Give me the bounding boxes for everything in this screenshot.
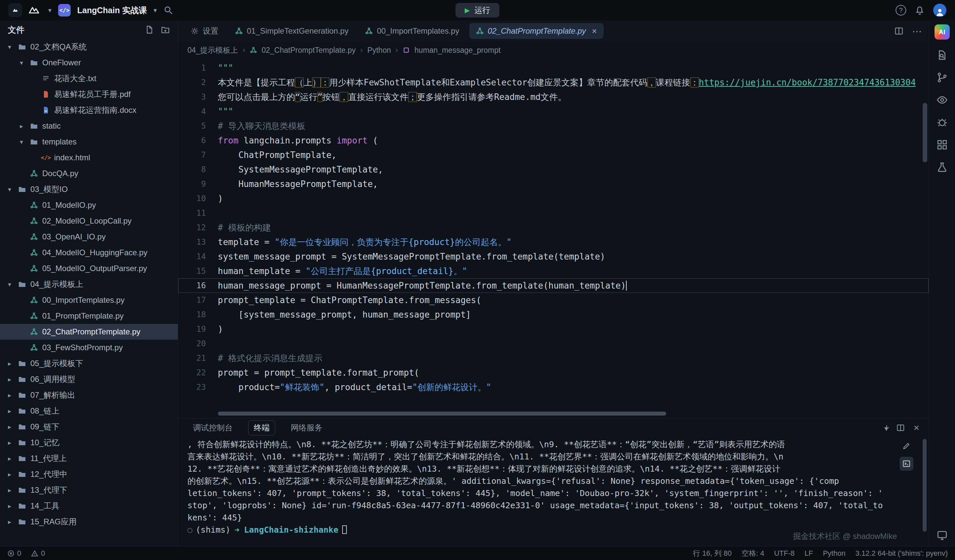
horizontal-scrollbar[interactable] [218, 412, 919, 415]
avatar[interactable] [933, 4, 946, 17]
tree-item[interactable]: ▸static [0, 118, 178, 134]
run-button[interactable]: ▶ 运行 [456, 3, 499, 17]
breadcrumb-item[interactable]: 02_ChatPromptTemplate.py [262, 46, 356, 55]
breadcrumb-item[interactable]: 04_提示模板上 [188, 45, 238, 55]
close-panel-icon[interactable]: × [913, 422, 919, 434]
tree-item[interactable]: ▸12_代理中 [0, 466, 178, 482]
chevron-right-icon[interactable]: ▸ [5, 502, 14, 510]
terminal-icon[interactable] [900, 457, 913, 471]
tree-item[interactable]: ▸11_代理上 [0, 451, 178, 466]
vertical-scrollbar[interactable] [923, 60, 927, 408]
new-terminal-icon[interactable]: +▾ [884, 423, 888, 433]
chevron-down-icon[interactable]: ▾ [5, 186, 14, 193]
help-icon[interactable]: ? [896, 5, 906, 16]
chevron-right-icon[interactable]: ▸ [5, 392, 14, 399]
encoding[interactable]: UTF-8 [774, 549, 795, 558]
chevron-right-icon[interactable]: ▸ [5, 407, 14, 415]
editor-tab[interactable]: 02_ChatPromptTemplate.py× [469, 23, 604, 39]
indent-setting[interactable]: 空格: 4 [742, 549, 764, 558]
more-actions-icon[interactable]: ⋯ [912, 25, 923, 37]
chevron-right-icon[interactable]: ▸ [5, 360, 14, 367]
blocks-icon[interactable] [936, 139, 948, 150]
error-count[interactable]: 0 [7, 549, 21, 558]
new-file-icon[interactable] [145, 25, 154, 34]
tree-item[interactable]: ▸07_解析输出 [0, 387, 178, 403]
new-folder-icon[interactable] [161, 25, 170, 34]
chevron-down-icon[interactable]: ▾ [5, 43, 14, 51]
python-interpreter[interactable]: 3.12.2 64-bit ('shims': pyenv) [855, 549, 948, 558]
tree-item[interactable]: ▸15_RAG应用 [0, 514, 178, 530]
chevron-right-icon[interactable]: ▸ [17, 122, 26, 130]
tree-item[interactable]: ▾02_文档QA系统 [0, 39, 178, 55]
panel-tab[interactable]: 调试控制台 [188, 420, 238, 435]
tree-item[interactable]: ▸10_记忆 [0, 435, 178, 451]
breadcrumb-item[interactable]: Python [367, 46, 391, 55]
code-editor[interactable]: 1"""2本文件是【提示工程（上）：用少样本FewShotTemplate和Ex… [178, 59, 928, 418]
tree-item[interactable]: ▾templates [0, 134, 178, 150]
chevron-down-icon[interactable]: ▾ [48, 6, 52, 14]
tree-item[interactable]: 05_ModelIO_OutputParser.py [0, 261, 178, 276]
tree-item[interactable]: DocQA.py [0, 165, 178, 181]
panel-tab[interactable]: 终端 [248, 420, 275, 435]
tree-item[interactable]: 03_FewShotPrompt.py [0, 340, 178, 356]
panel-tab[interactable]: 网络服务 [285, 420, 328, 435]
split-editor-icon[interactable] [894, 27, 903, 36]
warning-count[interactable]: 0 [31, 549, 45, 558]
cursor-position[interactable]: 行 16, 列 80 [693, 549, 731, 558]
close-icon[interactable]: × [592, 26, 597, 36]
tree-item[interactable]: 花语大全.txt [0, 70, 178, 86]
edit-icon[interactable] [900, 439, 913, 453]
project-title[interactable]: LangChain 实战课 [77, 5, 147, 16]
tree-item[interactable]: 02_ChatPromptTemplate.py [0, 324, 178, 340]
tree-item[interactable]: ▸08_链上 [0, 403, 178, 419]
tree-item[interactable]: 易速鲜花员工手册.pdf [0, 86, 178, 102]
ai-assistant-icon[interactable]: AI [935, 24, 950, 40]
tree-item[interactable]: ▾03_模型IO [0, 181, 178, 197]
chevron-right-icon[interactable]: ▸ [5, 439, 14, 446]
tree-item[interactable]: 02_ModelIO_LoopCall.py [0, 213, 178, 229]
file-tree[interactable]: ▾02_文档QA系统▾OneFlower花语大全.txt易速鲜花员工手册.pdf… [0, 39, 178, 546]
tree-item[interactable]: 01_PromptTemplate.py [0, 308, 178, 324]
tree-item[interactable]: 04_ModelIO_HuggingFace.py [0, 245, 178, 261]
flask-icon[interactable] [936, 162, 948, 173]
chevron-down-icon[interactable]: ▾ [153, 6, 157, 14]
tree-item[interactable]: ▾04_提示模板上 [0, 276, 178, 292]
eye-icon[interactable] [936, 94, 948, 106]
file-search-icon[interactable] [936, 50, 948, 61]
tree-item[interactable]: ▸09_链下 [0, 419, 178, 435]
chevron-down-icon[interactable]: ▾ [17, 138, 26, 146]
chevron-right-icon[interactable]: ▸ [5, 423, 14, 431]
tree-item[interactable]: 03_OpenAI_IO.py [0, 229, 178, 245]
breadcrumb[interactable]: 04_提示模板上›02_ChatPromptTemplate.py›Python… [178, 42, 928, 59]
bug-icon[interactable] [936, 117, 948, 128]
chevron-right-icon[interactable]: ▸ [5, 518, 14, 526]
chevron-right-icon[interactable]: ▸ [5, 455, 14, 462]
tree-item[interactable]: 00_ImportTemplates.py [0, 292, 178, 308]
breadcrumb-item[interactable]: human_message_prompt [415, 46, 501, 55]
search-icon[interactable] [163, 5, 173, 15]
git-branch-icon[interactable] [936, 72, 948, 83]
editor-tab[interactable]: 00_ImportTemplates.py [359, 23, 466, 39]
tree-item[interactable]: </>index.html [0, 150, 178, 165]
screen-icon[interactable] [936, 530, 948, 541]
tree-item[interactable]: W易速鲜花运营指南.docx [0, 102, 178, 118]
editor-tab[interactable]: 设置 [184, 23, 225, 39]
chevron-right-icon[interactable]: ▸ [5, 471, 14, 478]
split-terminal-icon[interactable] [896, 423, 905, 432]
terminal-scrollbar[interactable] [923, 439, 927, 544]
editor-tab[interactable]: 01_SimpleTextGeneration.py [229, 23, 355, 39]
tree-item[interactable]: 01_ModelIO.py [0, 197, 178, 213]
app-icon[interactable] [9, 4, 22, 17]
workspace-logo-icon[interactable] [28, 5, 42, 15]
chevron-right-icon[interactable]: ▸ [5, 376, 14, 383]
chevron-down-icon[interactable]: ▾ [17, 59, 26, 67]
chevron-down-icon[interactable]: ▾ [5, 281, 14, 288]
bell-icon[interactable] [915, 5, 925, 15]
tree-item[interactable]: ▸13_代理下 [0, 482, 178, 498]
chevron-right-icon[interactable]: ▸ [5, 487, 14, 494]
tree-item[interactable]: ▾OneFlower [0, 55, 178, 70]
tree-item[interactable]: ▸05_提示模板下 [0, 356, 178, 371]
eol-setting[interactable]: LF [805, 549, 813, 558]
tree-item[interactable]: ▸06_调用模型 [0, 371, 178, 387]
terminal-output[interactable]: , 符合创新鲜花设计的特点。\n8. **花之创艺坊**：明确了公司专注于鲜花创… [178, 437, 928, 546]
